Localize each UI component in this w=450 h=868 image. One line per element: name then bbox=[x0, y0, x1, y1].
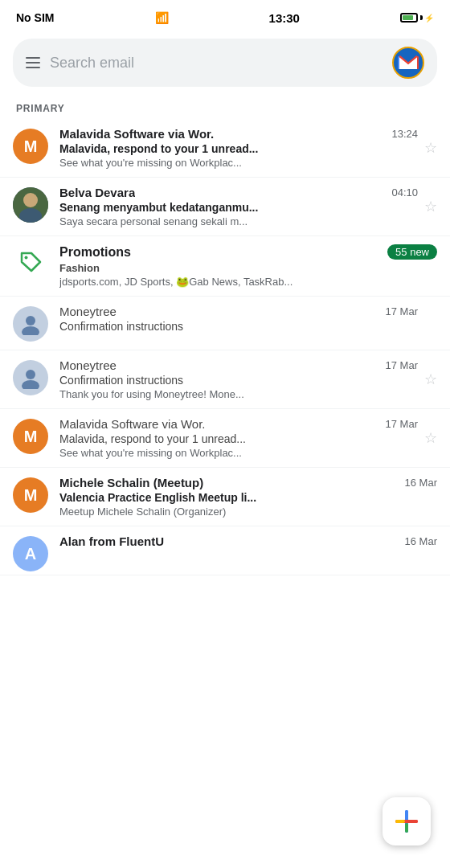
time-text: 13:30 bbox=[269, 11, 300, 25]
email-item[interactable]: Belva Devara 04:10 Senang menyambut keda… bbox=[0, 178, 450, 236]
email-preview: See what you're missing on Workplac... bbox=[59, 447, 418, 459]
svg-point-6 bbox=[25, 256, 28, 260]
promotions-item[interactable]: Promotions 55 new Fashion jdsports.com, … bbox=[0, 236, 450, 297]
avatar: A bbox=[13, 536, 48, 571]
compose-button[interactable] bbox=[382, 797, 431, 845]
svg-rect-14 bbox=[405, 823, 408, 833]
email-subject: Confirmation instructions bbox=[59, 320, 418, 333]
email-preview: See what you're missing on Workplac... bbox=[59, 157, 418, 169]
avatar: M bbox=[13, 419, 48, 454]
star-icon[interactable]: ☆ bbox=[424, 198, 437, 215]
email-time: 16 Mar bbox=[405, 477, 437, 489]
avatar: M bbox=[13, 477, 48, 513]
search-input[interactable]: Search email bbox=[50, 55, 382, 72]
avatar: M bbox=[13, 129, 48, 164]
svg-point-7 bbox=[26, 316, 35, 326]
email-preview: Meetup Michele Schalin (Organizer) bbox=[59, 506, 437, 518]
email-time: 13:24 bbox=[391, 128, 418, 140]
email-time: 17 Mar bbox=[386, 305, 418, 317]
section-label: PRIMARY bbox=[0, 96, 450, 119]
email-time: 17 Mar bbox=[386, 418, 418, 430]
avatar-icon[interactable] bbox=[392, 47, 424, 79]
battery-icon: ⚡ bbox=[400, 13, 434, 23]
email-sender: Moneytree bbox=[59, 305, 117, 318]
email-item[interactable]: M Malavida Software via Wor. 13:24 Malav… bbox=[0, 119, 450, 178]
email-sender: Belva Devara bbox=[59, 186, 135, 199]
wifi-icon: 📶 bbox=[155, 11, 169, 24]
star-icon[interactable]: ☆ bbox=[424, 429, 437, 447]
new-count-badge: 55 new bbox=[387, 244, 437, 260]
email-content: Malavida Software via Wor. 13:24 Malavid… bbox=[59, 127, 418, 169]
carrier-text: No SIM bbox=[16, 11, 54, 24]
status-right: ⚡ bbox=[400, 13, 434, 23]
promotions-sublabel: Fashion bbox=[59, 262, 437, 274]
email-content: Belva Devara 04:10 Senang menyambut keda… bbox=[59, 186, 418, 227]
email-preview: Thank you for using Moneytree! Mone... bbox=[59, 388, 418, 400]
search-bar[interactable]: Search email bbox=[13, 39, 437, 87]
email-time: 04:10 bbox=[391, 186, 418, 199]
email-content: Alan from FluentU 16 Mar bbox=[59, 534, 437, 550]
email-preview: Saya secara personal senang sekali m... bbox=[59, 215, 418, 227]
email-content: Malavida Software via Wor. 17 Mar Malavi… bbox=[59, 417, 418, 459]
email-subject: Confirmation instructions bbox=[59, 374, 418, 387]
hamburger-icon[interactable] bbox=[26, 57, 40, 68]
battery-bolt: ⚡ bbox=[424, 14, 434, 23]
email-time: 16 Mar bbox=[405, 535, 437, 547]
svg-rect-15 bbox=[395, 820, 405, 823]
email-sender: Malavida Software via Wor. bbox=[59, 127, 214, 141]
email-time: 17 Mar bbox=[386, 359, 418, 371]
email-sender: Moneytree bbox=[59, 358, 117, 372]
email-content: Michele Schalin (Meetup) 16 Mar Valencia… bbox=[59, 476, 437, 518]
email-subject: Malavida, respond to your 1 unread... bbox=[59, 142, 418, 155]
status-bar: No SIM 📶 13:30 ⚡ bbox=[0, 0, 450, 32]
svg-point-9 bbox=[26, 370, 35, 379]
email-item[interactable]: M Michele Schalin (Meetup) 16 Mar Valenc… bbox=[0, 468, 450, 526]
email-content: Moneytree 17 Mar Confirmation instructio… bbox=[59, 305, 418, 334]
svg-rect-16 bbox=[408, 820, 418, 823]
svg-point-8 bbox=[22, 326, 39, 335]
avatar bbox=[13, 360, 48, 395]
email-item[interactable]: A Alan from FluentU 16 Mar bbox=[0, 526, 450, 575]
email-sender: Michele Schalin (Meetup) bbox=[59, 476, 203, 489]
star-icon[interactable]: ☆ bbox=[424, 139, 437, 157]
avatar bbox=[13, 306, 48, 342]
star-icon[interactable]: ☆ bbox=[424, 371, 437, 388]
email-item[interactable]: M Malavida Software via Wor. 17 Mar Mala… bbox=[0, 409, 450, 468]
email-sender: Alan from FluentU bbox=[59, 534, 164, 548]
svg-point-10 bbox=[22, 380, 39, 389]
promotions-title: Promotions bbox=[59, 245, 387, 260]
email-list: M Malavida Software via Wor. 13:24 Malav… bbox=[0, 119, 450, 575]
email-item[interactable]: Moneytree 17 Mar Confirmation instructio… bbox=[0, 297, 450, 350]
svg-rect-13 bbox=[405, 810, 408, 820]
promotions-icon bbox=[13, 244, 48, 280]
promotions-preview: jdsports.com, JD Sports, 🐸Gab News, Task… bbox=[59, 276, 437, 288]
email-subject: Valencia Practice English Meetup li... bbox=[59, 491, 437, 504]
email-subject: Malavida, respond to your 1 unread... bbox=[59, 432, 418, 445]
search-bar-container: Search email bbox=[0, 32, 450, 96]
avatar bbox=[13, 187, 48, 223]
promotions-content: Promotions 55 new Fashion jdsports.com, … bbox=[59, 244, 437, 288]
svg-rect-5 bbox=[19, 187, 42, 223]
email-content: Moneytree 17 Mar Confirmation instructio… bbox=[59, 358, 418, 400]
email-subject: Senang menyambut kedatanganmu... bbox=[59, 201, 418, 214]
email-item[interactable]: Moneytree 17 Mar Confirmation instructio… bbox=[0, 350, 450, 409]
email-sender: Malavida Software via Wor. bbox=[59, 417, 205, 431]
